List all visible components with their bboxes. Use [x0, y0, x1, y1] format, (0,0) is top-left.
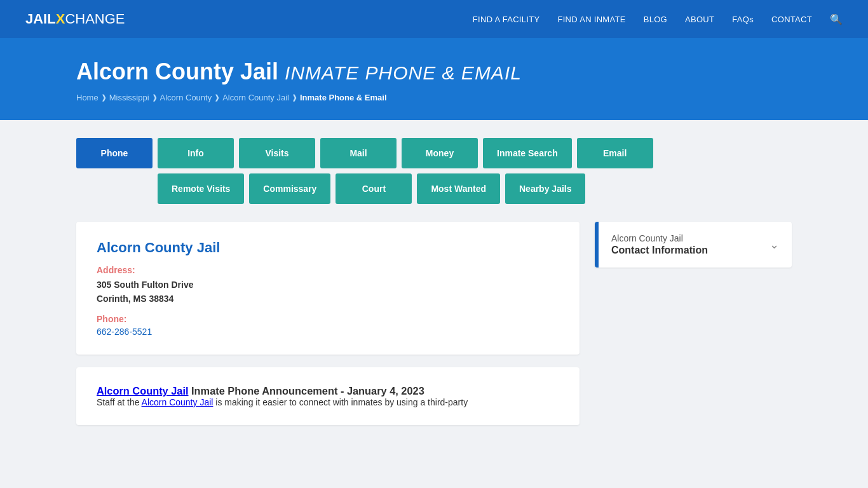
left-column: Alcorn County Jail Address: 305 South Fu… [76, 222, 580, 425]
breadcrumb-mississippi[interactable]: Mississippi [109, 93, 149, 102]
tab-inmate-search[interactable]: Inmate Search [483, 138, 572, 168]
sidebar-facility-name: Alcorn County Jail [611, 233, 708, 243]
breadcrumb-current: Inmate Phone & Email [300, 93, 387, 102]
sidebar-contact-label: Contact Information [611, 245, 708, 256]
search-icon[interactable]: 🔍 [830, 13, 843, 25]
tab-court[interactable]: Court [336, 173, 412, 204]
tab-nearby-jails[interactable]: Nearby Jails [505, 173, 586, 204]
site-logo[interactable]: JAILXCHANGE [25, 11, 125, 27]
announcement-body-link[interactable]: Alcorn County Jail [142, 397, 214, 407]
tab-phone[interactable]: Phone [76, 138, 153, 168]
navbar: JAILXCHANGE FIND A FACILITY FIND AN INMA… [0, 0, 868, 38]
nav-about[interactable]: ABOUT [685, 15, 714, 24]
sidebar: Alcorn County Jail Contact Information ⌄ [595, 222, 792, 268]
chevron-down-icon[interactable]: ⌄ [770, 238, 779, 252]
announcement-card: Alcorn County Jail Inmate Phone Announce… [76, 367, 580, 425]
tabs-row-1: Phone Info Visits Mail Money Inmate Sear… [76, 138, 792, 168]
announcement-title: Alcorn County Jail Inmate Phone Announce… [97, 385, 559, 397]
breadcrumb-alcorn-jail[interactable]: Alcorn County Jail [222, 93, 289, 102]
tab-money[interactable]: Money [402, 138, 478, 168]
jail-name[interactable]: Alcorn County Jail [97, 240, 559, 256]
announcement-title-link[interactable]: Alcorn County Jail [97, 385, 189, 396]
sidebar-card: Alcorn County Jail Contact Information ⌄ [595, 222, 792, 268]
tab-commissary[interactable]: Commissary [249, 173, 330, 204]
breadcrumb-alcorn-county[interactable]: Alcorn County [160, 93, 212, 102]
sidebar-header[interactable]: Alcorn County Jail Contact Information ⌄ [595, 222, 792, 268]
announcement-body: Staff at the Alcorn County Jail is makin… [97, 397, 559, 407]
phone-label: Phone: [97, 314, 559, 324]
address-text: 305 South Fulton Drive Corinth, MS 38834 [97, 278, 559, 306]
nav-links: FIND A FACILITY FIND AN INMATE BLOG ABOU… [473, 13, 843, 25]
nav-faqs[interactable]: FAQs [732, 15, 754, 24]
main-content: Alcorn County Jail Address: 305 South Fu… [0, 204, 868, 443]
tab-most-wanted[interactable]: Most Wanted [417, 173, 500, 204]
info-card: Alcorn County Jail Address: 305 South Fu… [76, 222, 580, 355]
page-title: Alcorn County Jail INMATE PHONE & EMAIL [76, 58, 792, 85]
phone-link[interactable]: 662-286-5521 [97, 327, 152, 337]
address-label: Address: [97, 265, 559, 275]
tab-info[interactable]: Info [158, 138, 234, 168]
hero-banner: Alcorn County Jail INMATE PHONE & EMAIL … [0, 38, 868, 120]
tab-mail[interactable]: Mail [320, 138, 397, 168]
tabs-section: Phone Info Visits Mail Money Inmate Sear… [0, 120, 868, 204]
tab-email[interactable]: Email [577, 138, 653, 168]
tab-remote-visits[interactable]: Remote Visits [158, 173, 244, 204]
breadcrumb-home[interactable]: Home [76, 93, 98, 102]
sidebar-header-text: Alcorn County Jail Contact Information [611, 233, 708, 256]
breadcrumb: Home ❱ Mississippi ❱ Alcorn County ❱ Alc… [76, 93, 792, 102]
tabs-row-2: Remote Visits Commissary Court Most Want… [76, 173, 792, 204]
nav-blog[interactable]: BLOG [644, 15, 667, 24]
nav-find-inmate[interactable]: FIND AN INMATE [557, 15, 625, 24]
nav-contact[interactable]: CONTACT [771, 15, 812, 24]
tab-visits[interactable]: Visits [239, 138, 315, 168]
nav-find-facility[interactable]: FIND A FACILITY [473, 15, 540, 24]
